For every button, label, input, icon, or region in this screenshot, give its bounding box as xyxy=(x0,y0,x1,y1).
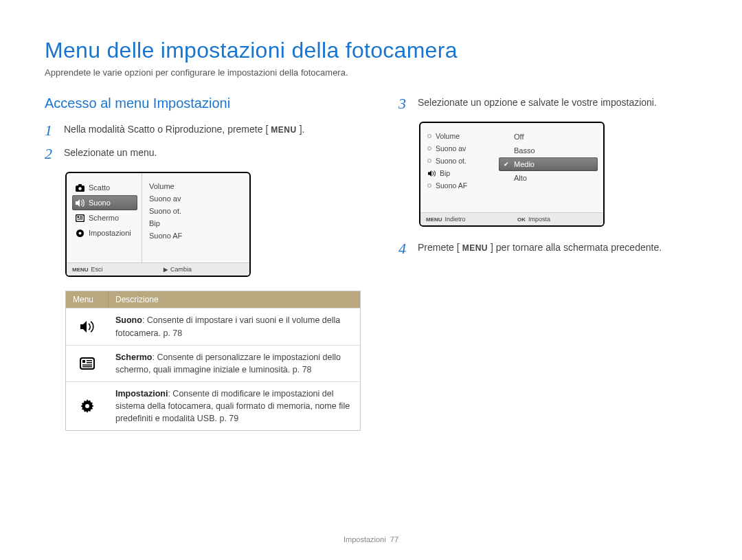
radio-icon xyxy=(427,146,431,150)
table-row: Schermo: Consente di personalizzare le i… xyxy=(66,345,360,381)
screen-icon xyxy=(66,346,109,381)
step-text: Selezionate un opzione e salvate le vost… xyxy=(418,96,657,110)
footer-label: Cambia xyxy=(170,266,192,273)
option-basso[interactable]: Basso xyxy=(499,144,598,157)
sound-icon xyxy=(66,309,109,344)
submenu-item[interactable]: Suono ot. xyxy=(149,205,244,217)
menu-item-label: Suono xyxy=(89,199,111,207)
svg-rect-15 xyxy=(82,366,92,368)
menu-key-label: MENU xyxy=(72,267,89,273)
check-icon: ✔ xyxy=(503,161,510,168)
check-icon xyxy=(503,147,510,154)
step-text: Premete xyxy=(418,242,457,253)
row-title: Schermo xyxy=(115,352,153,362)
camera-screen-options: Volume Suono av Suono ot. Bip Suono AF O… xyxy=(419,122,605,227)
menu-item-schermo[interactable]: Schermo xyxy=(72,210,137,225)
gear-icon xyxy=(75,228,85,238)
footer-label: Imposta xyxy=(528,216,550,223)
radio-icon xyxy=(427,183,431,188)
svg-rect-11 xyxy=(82,360,85,363)
gear-icon xyxy=(66,382,109,430)
check-icon xyxy=(503,175,510,181)
svg-rect-14 xyxy=(82,364,92,366)
svg-rect-12 xyxy=(87,360,92,361)
menu-item-scatto[interactable]: Scatto xyxy=(72,180,137,195)
option-off[interactable]: Off xyxy=(499,130,598,144)
step-number: 3 xyxy=(398,96,411,112)
radio-icon xyxy=(427,134,431,138)
submenu-item[interactable]: Volume xyxy=(426,130,492,142)
camera-icon xyxy=(75,183,85,192)
menu-item-label: Schermo xyxy=(89,214,119,222)
svg-rect-10 xyxy=(80,358,94,369)
footer-page-number: 77 xyxy=(390,535,398,544)
step-number: 1 xyxy=(45,122,57,139)
step-2: 2 Selezionate un menu. xyxy=(45,146,361,162)
option-alto[interactable]: Alto xyxy=(499,171,598,185)
submenu-item[interactable]: Volume xyxy=(149,180,244,192)
menu-key-label: MENU xyxy=(426,216,442,223)
menu-button-label: MENU xyxy=(461,242,489,254)
menu-item-label: Scatto xyxy=(89,183,110,192)
step-text: per tornare alla schermata precedente. xyxy=(493,242,662,253)
table-row: Impostazioni: Consente di modificare le … xyxy=(66,381,360,430)
svg-point-9 xyxy=(78,232,81,234)
page-subtitle: Apprendete le varie opzioni per configur… xyxy=(45,67,697,78)
row-text: : Consente di impostare i vari suoni e i… xyxy=(115,315,340,337)
submenu-item[interactable]: Suono AF xyxy=(149,229,244,242)
submenu-item[interactable]: Suono av xyxy=(426,142,492,155)
step-1: 1 Nella modalità Scatto o Riproduzione, … xyxy=(45,122,361,139)
option-medio[interactable]: ✔Medio xyxy=(499,157,598,171)
table-header-menu: Menu xyxy=(66,291,109,308)
footer-label: Indietro xyxy=(445,216,466,223)
row-title: Impostazioni xyxy=(115,389,168,399)
svg-rect-7 xyxy=(77,219,82,219)
step-number: 4 xyxy=(398,240,411,257)
svg-rect-4 xyxy=(77,216,79,218)
footer-label: Esci xyxy=(91,266,103,273)
table-header-description: Descrizione xyxy=(109,291,360,308)
camera-screen-menu: Scatto Suono Schermo xyxy=(65,172,251,277)
svg-point-16 xyxy=(85,404,89,408)
footer-action-esci[interactable]: MENU Esci xyxy=(67,263,158,276)
menu-button-label: MENU xyxy=(269,124,297,136)
svg-rect-6 xyxy=(80,217,83,218)
check-icon xyxy=(503,133,510,140)
step-text: Selezionate un menu. xyxy=(64,146,157,160)
ok-key-label: OK xyxy=(517,216,526,223)
svg-point-2 xyxy=(78,187,81,190)
menu-item-impostazioni[interactable]: Impostazioni xyxy=(72,225,137,240)
step-3: 3 Selezionate un opzione e salvate le vo… xyxy=(398,96,697,112)
page-title: Menu delle impostazioni della fotocamera xyxy=(45,38,697,63)
submenu-item[interactable]: Suono ot. xyxy=(426,155,492,167)
sound-icon xyxy=(75,198,85,208)
submenu-item[interactable]: Bip xyxy=(149,217,244,229)
step-number: 2 xyxy=(45,146,57,162)
sound-icon xyxy=(427,169,436,177)
table-row: Suono: Consente di impostare i vari suon… xyxy=(66,308,360,344)
footer-action-imposta[interactable]: OK Imposta xyxy=(512,213,603,225)
page-footer: Impostazioni 77 xyxy=(0,535,742,544)
menu-description-table: Menu Descrizione Suono: Consente di impo… xyxy=(65,291,361,431)
svg-rect-1 xyxy=(78,184,82,186)
section-heading: Accesso al menu Impostazioni xyxy=(45,96,361,111)
step-4: 4 Premete MENU per tornare alla schermat… xyxy=(398,240,697,257)
footer-section-name: Impostazioni xyxy=(344,535,386,544)
radio-icon xyxy=(427,159,431,163)
submenu-item[interactable]: Suono AF xyxy=(426,179,492,192)
row-title: Suono xyxy=(115,315,142,325)
footer-action-indietro[interactable]: MENU Indietro xyxy=(420,213,512,225)
arrow-right-icon: ▶ xyxy=(164,267,168,273)
submenu-item[interactable]: Suono av xyxy=(149,192,244,205)
svg-rect-5 xyxy=(80,216,83,216)
footer-action-cambia[interactable]: ▶ Cambia xyxy=(158,263,249,276)
svg-rect-13 xyxy=(87,362,92,363)
submenu-item[interactable]: Bip xyxy=(426,167,492,179)
screen-icon xyxy=(75,213,85,223)
step-text: Nella modalità Scatto o Riproduzione, pr… xyxy=(64,124,265,135)
menu-item-label: Impostazioni xyxy=(89,229,131,237)
menu-item-suono[interactable]: Suono xyxy=(72,195,137,210)
